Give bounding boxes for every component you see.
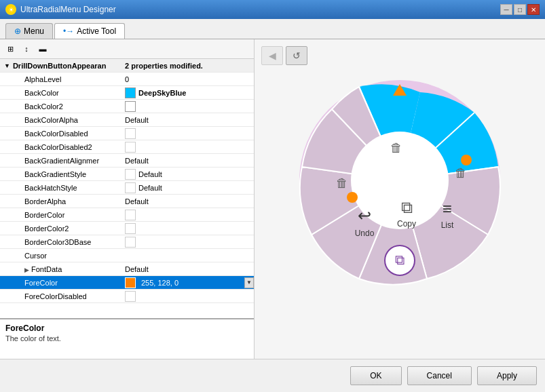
prop-name-backcoloralpha: BackColorAlpha bbox=[0, 116, 122, 124]
forecolor-dropdown-button[interactable]: ▼ bbox=[244, 277, 254, 288]
list-label: List bbox=[441, 220, 454, 230]
prop-row-backcolor2: BackColor2 bbox=[0, 100, 254, 113]
sorted-view-button[interactable]: ↕ bbox=[19, 41, 34, 56]
collapse-arrow[interactable]: ▼ bbox=[4, 62, 10, 69]
trash-icon-top[interactable]: 🗑 bbox=[390, 141, 402, 155]
prop-row-bordercolor: BorderColor bbox=[0, 208, 254, 222]
prop-name-forecolordisabled: ForeColorDisabled bbox=[0, 292, 122, 300]
active-tool-icon: •→ bbox=[63, 26, 74, 36]
app-icon: ☀ bbox=[5, 4, 16, 15]
prop-row-cursor: Cursor bbox=[0, 249, 254, 262]
prop-value-backgradientstyle[interactable]: Default bbox=[122, 169, 254, 180]
cancel-button[interactable]: Cancel bbox=[407, 366, 472, 385]
group-name: DrillDownButtonAppearan bbox=[13, 62, 107, 70]
active-tool-label: Active Tool bbox=[77, 26, 116, 36]
right-panel: ◀ ↺ bbox=[255, 39, 545, 359]
prop-value-backcoloralpha[interactable]: Default bbox=[122, 116, 254, 124]
forecolor-swatch bbox=[125, 277, 136, 288]
back-button[interactable]: ◀ bbox=[261, 46, 283, 65]
undo-icon[interactable]: ↩ bbox=[358, 206, 371, 224]
prop-value-bordercolor3dbase[interactable] bbox=[122, 237, 254, 248]
menu-tab-icon: ⊕ bbox=[14, 26, 21, 36]
prop-row-backgradientstyle: BackGradientStyle Default bbox=[0, 168, 254, 181]
list-icon[interactable]: ≡ bbox=[443, 199, 452, 218]
categorized-view-button[interactable]: ⊞ bbox=[3, 41, 18, 56]
backcolordisabled2-swatch bbox=[125, 142, 136, 153]
prop-row-alphalevel: AlphaLevel 0 bbox=[0, 73, 254, 86]
trash-icon-right[interactable]: 🗑 bbox=[455, 166, 467, 180]
prop-row-borderalpha: BorderAlpha Default bbox=[0, 195, 254, 208]
prop-value-backcolor2[interactable] bbox=[122, 101, 254, 112]
tab-active-tool[interactable]: •→ Active Tool bbox=[54, 23, 125, 39]
prop-row-backcoloralpha: BackColorAlpha Default bbox=[0, 113, 254, 127]
prop-value-backcolor[interactable]: DeepSkyBlue bbox=[122, 87, 254, 98]
prop-name-backgradientaligner: BackGradientAlignmer bbox=[0, 157, 122, 165]
forecolor-text: 255, 128, 0 bbox=[141, 279, 178, 287]
prop-name-backcolor: BackColor bbox=[0, 89, 122, 97]
prop-name-bordercolor: BorderColor bbox=[0, 211, 122, 219]
prop-name-cursor: Cursor bbox=[0, 252, 122, 260]
maximize-button[interactable]: □ bbox=[514, 4, 526, 15]
radial-menu-container: 🗑 🗑 🗑 ↩ Undo ⧉ Copy ≡ List ⧉ bbox=[291, 72, 508, 289]
prop-name-backcolordisabled2: BackColorDisabled2 bbox=[0, 143, 122, 151]
prop-value-forecolordisabled[interactable] bbox=[122, 291, 254, 302]
prop-name-forecolor: ForeColor bbox=[0, 279, 122, 287]
prop-name-borderalpha: BorderAlpha bbox=[0, 197, 122, 205]
refresh-button[interactable]: ↺ bbox=[286, 46, 307, 65]
group-header-row: ▼ DrillDownButtonAppearan 2 properties m… bbox=[0, 59, 254, 73]
left-panel: ⊞ ↕ ▬ ▼ DrillDownButtonAppearan 2 proper… bbox=[0, 39, 255, 359]
prop-value-backhatchstyle[interactable]: Default bbox=[122, 182, 254, 193]
tabs-bar: ⊕ Menu •→ Active Tool bbox=[0, 19, 545, 39]
prop-value-bordercolor[interactable] bbox=[122, 210, 254, 220]
backcolor-text: DeepSkyBlue bbox=[138, 89, 186, 97]
property-grid[interactable]: ▼ DrillDownButtonAppearan 2 properties m… bbox=[0, 59, 254, 318]
tab-menu[interactable]: ⊕ Menu bbox=[5, 23, 53, 39]
description-panel: ForeColor The color of text. bbox=[0, 318, 254, 359]
prop-value-borderalpha[interactable]: Default bbox=[122, 197, 254, 205]
prop-value-alphalevel[interactable]: 0 bbox=[122, 75, 254, 83]
prop-name-alphalevel: AlphaLevel bbox=[0, 75, 122, 83]
copy-label: Copy bbox=[397, 219, 416, 229]
prop-row-backcolordisabled2: BackColorDisabled2 bbox=[0, 140, 254, 154]
copy-icon[interactable]: ⧉ bbox=[401, 198, 413, 216]
backcolor-swatch bbox=[125, 87, 136, 98]
prop-name-fontdata: ▶FontData bbox=[0, 265, 122, 273]
prop-row-backcolordisabled: BackColorDisabled bbox=[0, 127, 254, 140]
prop-value-forecolor[interactable]: 255, 128, 0 ▼ bbox=[122, 277, 254, 288]
prop-value-backcolordisabled2[interactable] bbox=[122, 142, 254, 153]
close-button[interactable]: ✕ bbox=[527, 4, 540, 15]
right-toolbar: ◀ ↺ bbox=[261, 46, 307, 65]
apply-button[interactable]: Apply bbox=[477, 366, 537, 385]
bordercolor-swatch bbox=[125, 210, 136, 220]
right-orange-dot bbox=[461, 155, 472, 165]
prop-value-fontdata[interactable]: Default bbox=[122, 265, 254, 273]
ok-button[interactable]: OK bbox=[350, 366, 401, 385]
prop-name-backcolordisabled: BackColorDisabled bbox=[0, 130, 122, 138]
bordercolor3dbase-swatch bbox=[125, 237, 136, 248]
prop-row-forecolor[interactable]: ForeColor 255, 128, 0 ▼ bbox=[0, 276, 254, 290]
desc-text: The color of text. bbox=[5, 334, 248, 342]
desc-title: ForeColor bbox=[5, 324, 248, 333]
prop-row-backcolor: BackColor DeepSkyBlue bbox=[0, 86, 254, 100]
prop-row-forecolordisabled: ForeColorDisabled bbox=[0, 290, 254, 303]
radial-menu-svg: 🗑 🗑 🗑 ↩ Undo ⧉ Copy ≡ List ⧉ bbox=[291, 72, 508, 289]
minimize-button[interactable]: ─ bbox=[500, 4, 512, 15]
pages-button[interactable]: ▬ bbox=[35, 41, 50, 56]
prop-name-bordercolor3dbase: BorderColor3DBase bbox=[0, 238, 122, 246]
left-orange-dot bbox=[347, 192, 358, 203]
fontdata-expand-arrow[interactable]: ▶ bbox=[24, 267, 29, 273]
backcolordisabled-swatch bbox=[125, 128, 136, 139]
trash-icon-left[interactable]: 🗑 bbox=[336, 176, 348, 190]
prop-row-bordercolor3dbase: BorderColor3DBase bbox=[0, 235, 254, 249]
menu-tab-label: Menu bbox=[24, 26, 44, 36]
prop-value-backcolordisabled[interactable] bbox=[122, 128, 254, 139]
group-modified: 2 properties modified. bbox=[122, 62, 254, 70]
prop-value-backgradientaligner[interactable]: Default bbox=[122, 157, 254, 165]
prop-value-bordercolor2[interactable] bbox=[122, 223, 254, 234]
center-icon[interactable]: ⧉ bbox=[395, 252, 405, 267]
prop-row-backhatchstyle: BackHatchStyle Default bbox=[0, 181, 254, 195]
prop-name-backhatchstyle: BackHatchStyle bbox=[0, 184, 122, 192]
bordercolor2-swatch bbox=[125, 223, 136, 234]
prop-name-backgradientstyle: BackGradientStyle bbox=[0, 170, 122, 178]
backhatchstyle-swatch bbox=[125, 182, 136, 193]
